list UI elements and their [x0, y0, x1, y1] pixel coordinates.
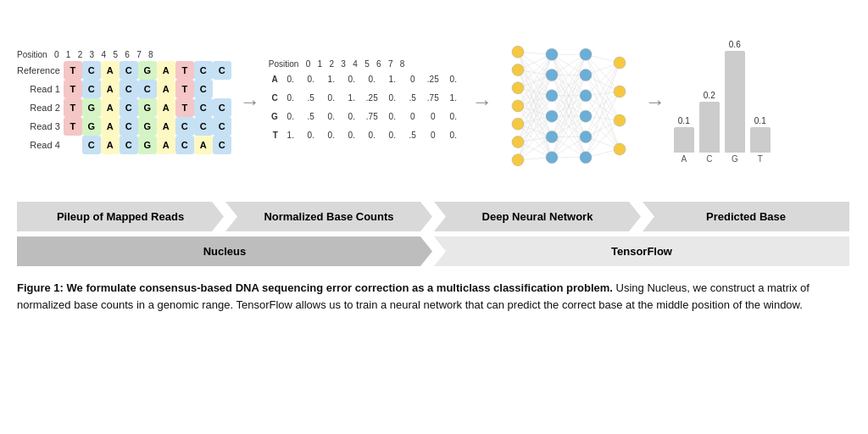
output-bar-label: C	[706, 154, 712, 164]
output-bar-value: 0.2	[704, 91, 715, 100]
matrix-cell: 0.	[281, 108, 301, 126]
svg-point-105	[512, 100, 524, 112]
svg-point-119	[580, 131, 592, 142]
matrix-cell: .75	[423, 89, 443, 108]
nucleus-row-item-0: Nucleus	[17, 236, 432, 266]
output-bar-item: 0.6G	[725, 40, 745, 164]
banner-row: Pileup of Mapped ReadsNormalized Base Co…	[17, 202, 851, 231]
neural-network-diagram	[501, 17, 637, 186]
matrix-cell: .25	[423, 70, 443, 89]
pileup-cell: T	[175, 80, 194, 98]
pileup-table: ReferenceTCACGATCCRead 1TCACCATCRead 2TG…	[17, 61, 231, 154]
svg-line-15	[518, 88, 552, 116]
svg-line-26	[518, 96, 552, 124]
pileup-cell: C	[194, 61, 213, 80]
matrix-cell: .5	[301, 108, 321, 126]
pileup-cell: C	[82, 80, 101, 98]
matrix-row-label: A	[269, 70, 281, 89]
svg-point-112	[546, 110, 558, 122]
pileup-cell: T	[175, 98, 194, 117]
matrix-cell: 0.	[362, 126, 382, 145]
matrix-cell: 0	[423, 108, 443, 126]
matrix-cell: .5	[301, 89, 321, 108]
matrix-cell: .75	[362, 108, 382, 126]
svg-point-107	[512, 136, 524, 148]
matrix-section: Position 0 1 2 3 4 5 6 7 8 A0.0.1.0.0.1.…	[269, 59, 464, 145]
pileup-cell	[213, 80, 231, 98]
pileup-cell: T	[64, 61, 82, 80]
matrix-cell: 0.	[382, 108, 403, 126]
output-bar-label: A	[681, 154, 687, 164]
diagram-row: Position 0 1 2 3 4 5 6 7 8 ReferenceTCAC…	[17, 17, 851, 186]
matrix-cell: 0	[403, 70, 423, 89]
pileup-cell: C	[194, 98, 213, 117]
pileup-cell: C	[194, 80, 213, 98]
matrix-cell: 0.	[281, 70, 301, 89]
svg-point-123	[614, 114, 626, 126]
output-bar-item: 0.1A	[674, 116, 694, 164]
matrix-cell: 0.	[362, 70, 382, 89]
pileup-to-matrix-arrow: →	[240, 90, 260, 114]
output-bars: 0.1A0.2C0.6G0.1T	[674, 40, 771, 164]
matrix-cell: 0.	[443, 126, 464, 145]
pileup-cell: G	[138, 61, 157, 80]
matrix-cell: 0.	[342, 70, 362, 89]
pileup-cell: A	[157, 80, 175, 98]
matrix-cell: 0.	[342, 126, 362, 145]
matrix-cell: 1.	[281, 126, 301, 145]
matrix-row-label: C	[269, 89, 281, 108]
svg-point-117	[580, 90, 592, 102]
pileup-row-label: Read 4	[17, 136, 64, 154]
svg-point-109	[546, 48, 558, 60]
nn-to-output-arrow: →	[645, 90, 665, 114]
output-bar-item: 0.1T	[750, 116, 771, 164]
pileup-cell: A	[157, 136, 175, 154]
svg-point-113	[546, 131, 558, 142]
output-bar-rect	[674, 127, 694, 153]
matrix-cell: 0.	[321, 108, 342, 126]
nucleus-row-item-1: TensorFlow	[434, 236, 849, 266]
pileup-cell: T	[64, 80, 82, 98]
svg-point-115	[580, 48, 592, 60]
pileup-row-label: Read 3	[17, 117, 64, 136]
pileup-cell: C	[120, 117, 138, 136]
pileup-cell: A	[101, 61, 120, 80]
pileup-cell: C	[120, 80, 138, 98]
banner-item-0: Pileup of Mapped Reads	[17, 202, 224, 231]
output-section: 0.1A0.2C0.6G0.1T	[674, 40, 771, 164]
pileup-cell: T	[175, 61, 194, 80]
svg-point-120	[580, 152, 592, 164]
matrix-cell: 0.	[342, 108, 362, 126]
svg-point-103	[512, 64, 524, 76]
pileup-position-label: Position 0 1 2 3 4 5 6 7 8	[17, 50, 231, 59]
svg-point-108	[512, 154, 524, 166]
pileup-cell: G	[138, 117, 157, 136]
matrix-cell: 1.	[321, 70, 342, 89]
banner-item-1: Normalized Base Counts	[225, 202, 432, 231]
figure-caption: Figure 1: We formulate consensus-based D…	[17, 280, 831, 314]
pileup-cell: A	[101, 117, 120, 136]
matrix-cell: 0.	[443, 70, 464, 89]
pileup-cell: C	[213, 136, 231, 154]
output-bar-rect	[725, 51, 745, 153]
matrix-cell: 0.	[382, 89, 403, 108]
output-bar-rect	[699, 102, 720, 153]
pileup-cell: T	[64, 98, 82, 117]
pileup-cell: A	[101, 80, 120, 98]
caption-bold: Figure 1: We formulate consensus-based D…	[17, 281, 613, 294]
matrix-to-nn-arrow: →	[472, 90, 492, 114]
output-bar-item: 0.2C	[699, 91, 720, 164]
svg-point-122	[614, 86, 626, 97]
svg-point-106	[512, 118, 524, 130]
pileup-cell: C	[194, 117, 213, 136]
pileup-cell: G	[82, 98, 101, 117]
matrix-position-label: Position 0 1 2 3 4 5 6 7 8	[269, 59, 464, 69]
matrix-cell: 1.	[382, 70, 403, 89]
svg-point-110	[546, 70, 558, 81]
matrix-cell: 0	[423, 126, 443, 145]
pileup-cell: T	[64, 117, 82, 136]
svg-point-116	[580, 70, 592, 81]
pileup-cell: C	[138, 80, 157, 98]
pileup-cell: C	[120, 98, 138, 117]
pileup-cell: A	[194, 136, 213, 154]
